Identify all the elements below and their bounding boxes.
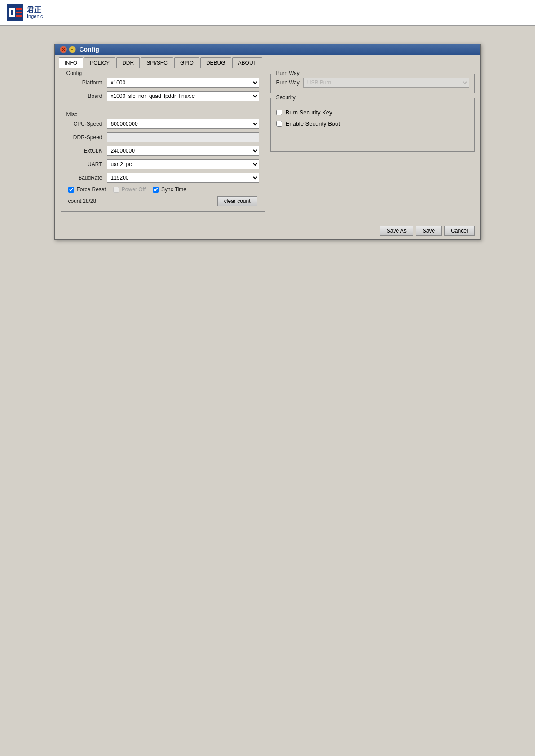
cancel-button[interactable]: Cancel xyxy=(444,226,474,236)
baudrate-select[interactable]: 115200 xyxy=(107,173,259,183)
platform-select[interactable]: x1000 xyxy=(107,78,259,88)
baudrate-row: BaudRate 115200 xyxy=(66,173,259,183)
config-dialog: ✕ − Config INFO POLICY DDR SPI/SFC GPIO … xyxy=(54,44,481,240)
power-off-label: Power Off xyxy=(122,186,146,193)
footer-bar: Save As Save Cancel xyxy=(55,222,480,239)
tab-info[interactable]: INFO xyxy=(59,57,84,68)
board-row: Board x1000_sfc_nor_quad_lpddr_linux.cl xyxy=(66,91,259,101)
cpu-speed-label: CPU-Speed xyxy=(66,121,107,127)
platform-row: Platform x1000 xyxy=(66,78,259,88)
cpu-speed-input: 600000000 xyxy=(107,119,259,129)
burn-way-group-label: Burn Way xyxy=(274,70,301,76)
config-group-label: Config xyxy=(65,70,84,76)
ddr-speed-input: 200000000 xyxy=(107,132,259,142)
dialog-body: INFO POLICY DDR SPI/SFC GPIO DEBUG ABOUT… xyxy=(55,55,480,239)
uart-input: uart2_pc xyxy=(107,159,259,169)
burn-way-select: USB Burn xyxy=(303,78,469,88)
clear-count-button[interactable]: clear count xyxy=(217,196,257,206)
security-group-label: Security xyxy=(274,94,297,101)
svg-rect-3 xyxy=(16,8,22,10)
tab-ddr[interactable]: DDR xyxy=(116,57,140,68)
svg-rect-5 xyxy=(16,15,22,17)
extclk-row: ExtCLK 24000000 xyxy=(66,146,259,156)
minimize-button[interactable]: − xyxy=(69,46,76,53)
main-columns: Config Platform x1000 xyxy=(61,74,475,216)
extclk-select[interactable]: 24000000 xyxy=(107,146,259,156)
security-group: Security Burn Security Key Enable Securi… xyxy=(270,98,475,152)
force-reset-checkbox[interactable] xyxy=(68,187,74,193)
config-group: Config Platform x1000 xyxy=(61,74,265,110)
ddr-speed-row: DDR-Speed 200000000 xyxy=(66,132,259,142)
logo-sub: Ingenic xyxy=(27,13,43,19)
tab-about[interactable]: ABOUT xyxy=(232,57,262,68)
titlebar-buttons: ✕ − xyxy=(60,46,76,53)
logo: 君正 Ingenic xyxy=(7,4,43,21)
close-button[interactable]: ✕ xyxy=(60,46,67,53)
count-row: count:28/28 clear count xyxy=(66,196,259,206)
board-label: Board xyxy=(66,93,107,99)
dialog-titlebar: ✕ − Config xyxy=(55,44,480,55)
extclk-label: ExtCLK xyxy=(66,148,107,154)
board-input: x1000_sfc_nor_quad_lpddr_linux.cl xyxy=(107,91,259,101)
burn-security-key-label: Burn Security Key xyxy=(286,109,332,116)
cpu-speed-row: CPU-Speed 600000000 xyxy=(66,119,259,129)
extclk-input: 24000000 xyxy=(107,146,259,156)
baudrate-label: BaudRate xyxy=(66,175,107,181)
dialog-title: Config xyxy=(80,46,99,53)
tab-content: Config Platform x1000 xyxy=(55,68,480,222)
count-text: count:28/28 xyxy=(68,198,97,204)
misc-group: Misc CPU-Speed 600000000 xyxy=(61,115,265,212)
tab-policy[interactable]: POLICY xyxy=(84,57,115,68)
power-off-row: Power Off xyxy=(113,186,146,193)
logo-icon xyxy=(7,4,23,21)
sync-time-label: Sync Time xyxy=(161,186,186,193)
enable-security-boot-checkbox[interactable] xyxy=(276,121,282,127)
burn-security-key-row[interactable]: Burn Security Key xyxy=(276,109,469,116)
board-select[interactable]: x1000_sfc_nor_quad_lpddr_linux.cl xyxy=(107,91,259,101)
uart-row: UART uart2_pc xyxy=(66,159,259,169)
sync-time-row[interactable]: Sync Time xyxy=(153,186,186,193)
misc-group-label: Misc xyxy=(65,111,80,118)
svg-rect-2 xyxy=(11,10,13,15)
tab-gpio[interactable]: GPIO xyxy=(174,57,199,68)
sync-time-checkbox[interactable] xyxy=(153,187,159,193)
ddr-speed-label: DDR-Speed xyxy=(66,134,107,141)
burn-security-key-checkbox[interactable] xyxy=(276,110,282,115)
platform-input: x1000 xyxy=(107,78,259,88)
save-button[interactable]: Save xyxy=(416,226,442,236)
svg-rect-4 xyxy=(16,12,22,13)
tab-debug[interactable]: DEBUG xyxy=(200,57,231,68)
misc-options: Force Reset Power Off Sync Time xyxy=(66,186,259,193)
top-bar: 君正 Ingenic xyxy=(0,0,535,26)
burn-way-row: Burn Way USB Burn xyxy=(276,78,469,88)
baudrate-input: 115200 xyxy=(107,173,259,183)
power-off-checkbox xyxy=(113,187,119,193)
tab-bar: INFO POLICY DDR SPI/SFC GPIO DEBUG ABOUT xyxy=(55,55,480,68)
logo-text: 君正 xyxy=(27,6,43,13)
ddr-speed-field: 200000000 xyxy=(107,132,259,142)
enable-security-boot-row[interactable]: Enable Security Boot xyxy=(276,120,469,127)
cpu-speed-select[interactable]: 600000000 xyxy=(107,119,259,129)
save-as-button[interactable]: Save As xyxy=(380,226,413,236)
force-reset-label: Force Reset xyxy=(77,186,106,193)
burn-way-group: Burn Way Burn Way USB Burn xyxy=(270,74,475,93)
burn-way-label: Burn Way xyxy=(276,79,300,86)
left-column: Config Platform x1000 xyxy=(61,74,265,216)
right-column: Burn Way Burn Way USB Burn Security xyxy=(270,74,475,216)
page-content: ✕ − Config INFO POLICY DDR SPI/SFC GPIO … xyxy=(0,26,535,258)
force-reset-row[interactable]: Force Reset xyxy=(68,186,106,193)
uart-label: UART xyxy=(66,161,107,167)
tab-spi-sfc[interactable]: SPI/SFC xyxy=(141,57,173,68)
uart-select[interactable]: uart2_pc xyxy=(107,159,259,169)
enable-security-boot-label: Enable Security Boot xyxy=(286,120,340,127)
platform-label: Platform xyxy=(66,79,107,86)
